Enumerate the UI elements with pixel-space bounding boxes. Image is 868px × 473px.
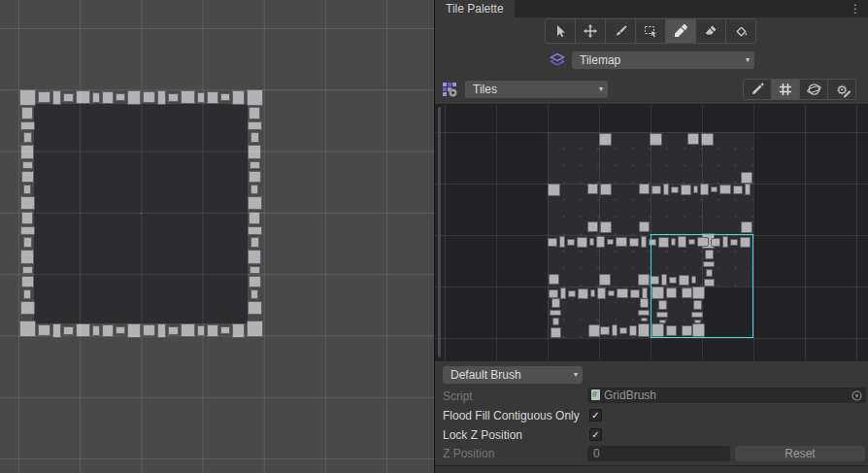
gizmos-button[interactable] [799,79,828,100]
picker-tool-button[interactable] [665,18,696,44]
edit-palette-button[interactable] [743,79,772,100]
eraser-tool-button[interactable] [695,18,726,44]
move-tool-button[interactable] [575,18,606,44]
script-field[interactable]: GridBrush [587,388,866,403]
cursor-icon [552,23,568,39]
scene-viewport[interactable] [0,0,434,473]
tile-palette-panel: Tile Palette ⋮ [434,0,868,473]
palette-canvas[interactable] [435,104,868,360]
panel-footer [435,465,868,473]
brush-dropdown[interactable]: Default Brush ▾ [443,366,583,384]
script-value: GridBrush [604,389,656,402]
flood-fill-checkbox[interactable]: ✓ [589,409,602,422]
dropdown-caret-icon: ▾ [574,366,578,384]
tile-selection-box [651,234,753,338]
object-picker-icon[interactable] [851,390,862,401]
paint-bucket-icon [733,23,749,39]
z-position-label: Z Position [443,446,494,461]
script-label: Script [443,389,473,404]
script-icon [591,389,600,400]
tile-palette-icon [442,82,458,98]
fill-bucket-tool-button[interactable] [725,18,756,44]
palette-select-dropdown[interactable]: Tiles ▾ [465,81,608,98]
active-tilemap-value: Tilemap [580,53,620,67]
kebab-menu-icon[interactable]: ⋮ [849,1,862,17]
grid-icon [778,82,793,97]
active-tilemap-dropdown[interactable]: Tilemap ▾ [572,51,754,69]
palette-option-buttons: ⚙ [744,79,856,100]
select-tool-button[interactable] [545,18,576,44]
paint-tools-toolbar [546,18,756,44]
box-fill-tool-button[interactable] [635,18,666,44]
panel-tab-bar: Tile Palette ⋮ [435,0,868,17]
paintbrush-tool-button[interactable] [605,18,636,44]
box-select-icon [643,23,658,39]
pencil-icon [750,82,765,97]
move-arrows-icon [583,23,598,39]
brush-settings-button[interactable]: ⚙ [827,79,856,100]
dropdown-caret-icon: ▾ [599,81,603,98]
palette-select-value: Tiles [473,83,497,96]
tilemap-layers-icon [549,52,566,68]
eyedropper-icon [673,23,688,39]
tab-tile-palette[interactable]: Tile Palette [435,0,515,17]
lock-z-checkbox[interactable]: ✓ [589,428,602,441]
brush-inspector: Default Brush ▾ Script GridBrush Flood F… [435,360,868,473]
reset-button[interactable]: Reset [735,446,865,461]
paintbrush-icon [613,23,628,39]
lock-z-label: Lock Z Position [443,427,522,443]
eraser-icon [703,23,718,39]
dropdown-caret-icon: ▾ [746,51,750,69]
gizmo-sphere-icon [806,82,822,97]
palette-scrollbar[interactable] [438,107,441,357]
grid-toggle-button[interactable] [771,79,800,100]
flood-fill-label: Flood Fill Contiguous Only [443,408,580,423]
tilemap-room [0,0,434,473]
brush-dropdown-value: Default Brush [451,368,521,382]
unity-editor-window: Tile Palette ⋮ [0,0,868,473]
z-position-field[interactable]: 0 [587,446,730,461]
